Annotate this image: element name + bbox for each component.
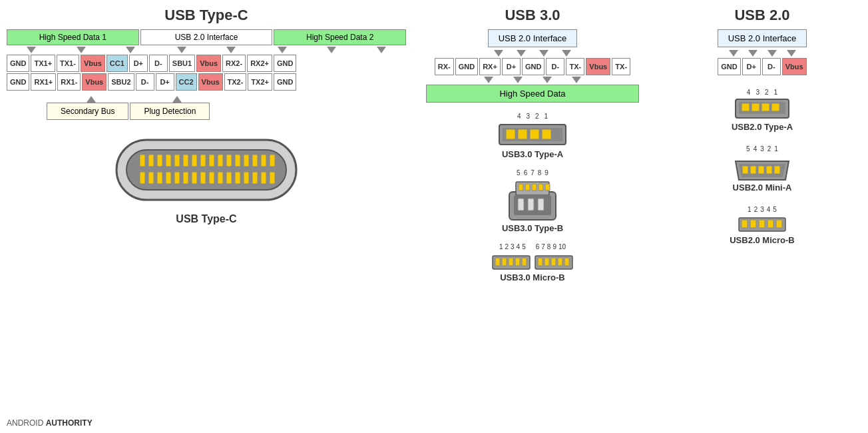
usb20-arrow3 — [767, 50, 777, 57]
svg-rect-29 — [235, 172, 240, 184]
svg-rect-4 — [157, 155, 162, 167]
svg-rect-46 — [545, 184, 550, 191]
svg-rect-11 — [218, 155, 223, 167]
typec-group-hs1: High Speed Data 1 — [7, 29, 139, 45]
usb30-hs-area: High Speed Data — [413, 85, 652, 103]
usb20-minia-nums: 5 4 3 2 1 — [746, 145, 778, 153]
usb30-typea-svg — [496, 121, 569, 148]
svg-rect-43 — [525, 184, 530, 191]
typec-column: USB Type-C High Speed Data 1 USB 2.0 Int… — [7, 7, 406, 282]
usb30-column: USB 3.0 USB 2.0 Interface RX-GNDRX+D+GND… — [406, 7, 652, 282]
usb30-arrows-down — [413, 50, 652, 57]
svg-rect-56 — [522, 258, 527, 266]
arrow-up-plug — [172, 96, 182, 103]
pin-gnd: GND — [274, 55, 296, 72]
pin-sbu1: SBU1 — [169, 55, 195, 72]
svg-rect-13 — [235, 155, 240, 167]
svg-rect-59 — [544, 258, 549, 266]
typec-row2: GNDRX1+RX1-VbusSBU2D-D+CC2VbusTX2-TX2+GN… — [7, 73, 406, 91]
pin-rx2-minusplus: RX2+ — [247, 55, 272, 72]
svg-rect-67 — [761, 103, 769, 111]
svg-rect-20 — [157, 172, 162, 184]
svg-rect-22 — [174, 172, 180, 184]
pin-rx-minus: RX- — [435, 58, 454, 75]
svg-rect-62 — [564, 258, 569, 266]
svg-rect-38 — [530, 129, 539, 139]
usb30-arrow1 — [494, 50, 503, 57]
usb30-hs-arrow1 — [484, 77, 493, 83]
svg-rect-25 — [200, 172, 206, 184]
usb30-arrow4 — [562, 50, 571, 57]
svg-rect-18 — [140, 172, 145, 184]
usb30-typeb-label: USB3.0 Type-B — [502, 223, 563, 233]
typec-row1: GNDTX1+TX1-VbusCC1D+D-SBU1VbusRX2-RX2+GN… — [7, 55, 406, 72]
svg-rect-19 — [148, 172, 154, 184]
pin-tx1-minus: TX1- — [57, 55, 79, 72]
pin-d-minusplus: D+ — [742, 58, 761, 75]
svg-rect-77 — [742, 220, 748, 228]
usb30-pins: RX-GNDRX+D+GNDD-TX-VbusTX- — [413, 58, 652, 75]
usb30-arrow2 — [517, 50, 526, 57]
plug-detection-box: Plug Detection — [130, 103, 210, 120]
pin-rx1-minus: RX1- — [57, 73, 81, 91]
usb30-arrows-hs — [413, 77, 652, 83]
usb20-arrows-down — [666, 50, 859, 57]
usb20-typea-nums: 4 3 2 1 — [747, 89, 777, 96]
typec-arrows-row — [7, 47, 406, 53]
typec-group-usb2: USB 2.0 Interface — [140, 29, 273, 45]
usb30-interface-area: USB 2.0 Interface — [413, 29, 652, 47]
usb30-hs-arrow4 — [572, 77, 581, 83]
svg-rect-15 — [252, 155, 258, 167]
svg-rect-5 — [166, 155, 171, 167]
svg-rect-78 — [750, 220, 756, 228]
page: USB Type-C High Speed Data 1 USB 2.0 Int… — [0, 0, 868, 433]
usb30-microb-nums: 1 2 3 4 5 6 7 8 9 10 — [499, 243, 566, 250]
usb20-typea: 4 3 2 1 USB2.0 Type-A — [732, 89, 793, 132]
arrow-down-4 — [177, 47, 186, 53]
pin-sbu2: SBU2 — [108, 73, 134, 91]
arrow-down-2 — [77, 47, 86, 53]
usb20-typea-svg — [732, 97, 792, 121]
pin-tx2-minusplus: TX2+ — [248, 73, 272, 91]
pin-tx-minus: TX- — [566, 58, 584, 75]
svg-rect-45 — [539, 184, 543, 191]
usb30-connectors: 4 3 2 1 USB3.0 Type-A — [413, 113, 652, 282]
pin-vbus: Vbus — [198, 73, 223, 91]
pin-cc2: CC2 — [176, 73, 197, 91]
pin-rx1-minusplus: RX1+ — [31, 73, 56, 91]
svg-rect-14 — [244, 155, 249, 167]
pin-vbus: Vbus — [196, 55, 221, 72]
usb20-interface-area: USB 2.0 Interface — [666, 29, 859, 47]
usb20-column: USB 2.0 USB 2.0 Interface GNDD+D-Vbus 4 — [652, 7, 859, 282]
arrow-up-secondary — [87, 96, 96, 103]
svg-rect-48 — [518, 199, 524, 211]
svg-rect-80 — [767, 220, 773, 228]
arrow-down-1 — [27, 47, 36, 53]
usb20-minia: 5 4 3 2 1 — [732, 145, 792, 193]
pin-gnd: GND — [718, 58, 740, 75]
typec-pins: GNDTX1+TX1-VbusCC1D+D-SBU1VbusRX2-RX2+GN… — [7, 55, 406, 91]
watermark-android: ANDROID — [7, 418, 43, 428]
svg-rect-73 — [758, 166, 764, 174]
svg-rect-61 — [558, 258, 562, 266]
typec-title: USB Type-C — [7, 7, 406, 24]
watermark: ANDROID AUTHORITY — [7, 418, 93, 428]
usb20-microb-label: USB2.0 Micro-B — [730, 235, 795, 245]
svg-rect-8 — [192, 155, 197, 167]
svg-rect-3 — [148, 155, 154, 167]
svg-rect-52 — [495, 258, 500, 266]
typec-connector-svg — [110, 127, 303, 213]
svg-rect-79 — [759, 220, 765, 228]
usb30-highspeed-box: High Speed Data — [426, 85, 639, 103]
svg-rect-16 — [261, 155, 266, 167]
svg-rect-27 — [218, 172, 223, 184]
svg-rect-17 — [270, 155, 275, 167]
typec-group-hs2: High Speed Data 2 — [274, 29, 406, 45]
typec-connector-area: USB Type-C — [7, 127, 406, 230]
svg-rect-71 — [742, 166, 748, 174]
pin-d-minus: D- — [546, 58, 564, 75]
svg-rect-72 — [750, 166, 756, 174]
pin-cc1: CC1 — [107, 55, 128, 72]
usb20-arrow4 — [787, 50, 796, 57]
svg-rect-75 — [774, 166, 780, 174]
